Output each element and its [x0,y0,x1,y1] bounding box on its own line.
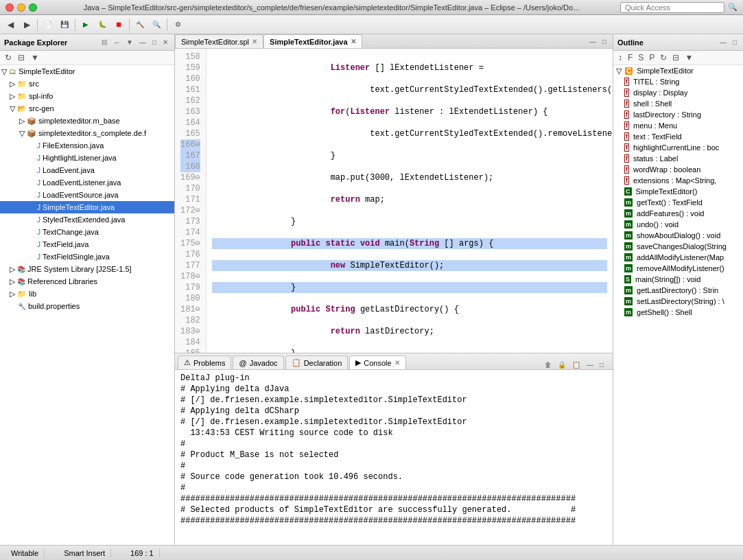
tree-item-FileExtension[interactable]: J FileExtension.java [0,139,174,152]
collapse-outline-icon[interactable]: ⊟ [670,52,681,63]
sync-outline-icon[interactable]: ↻ [658,52,669,63]
tree-item-src-gen[interactable]: ▽ 📂 src-gen [0,102,174,115]
quick-access-input[interactable] [620,2,724,13]
hide-static-icon[interactable]: S [636,52,646,63]
tree-item-TextField[interactable]: J TextField.java [0,238,174,250]
outline-item-text[interactable]: f text : TextField [613,131,743,142]
code-content[interactable]: Listener [] lExtendetListener = text.get… [207,49,613,353]
tree-item-LoadEventSource[interactable]: J LoadEventSource.java [0,189,174,201]
tree-item-s-complete[interactable]: ▽ 📦 simpletexteditor.s_complete.de.f [0,127,174,139]
close-button[interactable] [5,3,14,12]
collapse-all-icon[interactable]: ⊟ [99,38,109,47]
maximize-editor-icon[interactable]: □ [600,37,609,46]
outline-item-getText[interactable]: m getText() : TextField [613,197,743,208]
tree-item-LoadEventListener[interactable]: J LoadEventListener.java [0,176,174,189]
minimize-bottom-icon[interactable]: — [585,360,595,369]
tree-item-TextChange[interactable]: J TextChange.java [0,226,174,238]
outline-item-undo[interactable]: m undo() : void [613,219,743,230]
outline-menu-icon[interactable]: ▼ [683,52,695,63]
outline-item-display[interactable]: f display : Display [613,87,743,98]
outline-item-extensions[interactable]: f extensions : Map<String, [613,175,743,186]
sync-icon[interactable]: ↻ [3,52,14,63]
outline-tree[interactable]: ▽ C SimpleTextEditor f TITEL : String f … [613,65,743,545]
package-icon: 📦 [27,129,36,138]
minimize-button[interactable] [17,3,25,12]
folder-icon: 📁 [17,290,27,299]
tree-item-jre-library[interactable]: ▷ 📚 JRE System Library [J2SE-1.5] [0,263,174,275]
maximize-panel-icon[interactable]: □ [150,38,158,47]
tab-declaration[interactable]: 📋 Declaration [285,355,349,369]
outline-item-addFeatures[interactable]: m addFeatures() : void [613,208,743,219]
tree-item-lib[interactable]: ▷ 📁 lib [0,288,174,300]
outline-item-highlightCurrentLine[interactable]: f highlightCurrentLine : boc [613,142,743,153]
view-menu-icon[interactable]: ▼ [124,38,135,47]
outline-item-lastDirectory[interactable]: f lastDirectory : String [613,109,743,120]
tab-spl[interactable]: SimpleTextEditor.spl ✕ [175,34,263,48]
filter-icon[interactable]: ⊟ [16,52,27,63]
outline-item-constructor[interactable]: C SimpleTextEditor() [613,186,743,197]
link-icon[interactable]: ↔ [111,38,122,47]
down-arrow-icon[interactable]: ▼ [29,52,41,63]
minimize-editor-icon[interactable]: — [587,37,598,46]
java-file-icon: J [37,154,40,162]
titlebar: Java – SimpleTextEditor/src-gen/simplete… [0,0,743,15]
hide-fields-icon[interactable]: F [626,52,635,63]
outline-maximize-icon[interactable]: □ [731,38,739,47]
outline-item-removeAllModifyListener[interactable]: m removeAllModifyListener() [613,263,743,274]
project-tree[interactable]: ▽ 🗂 SimpleTextEditor ▷ 📁 src ▷ 📁 spl-inf… [0,65,174,545]
outline-item-menu[interactable]: f menu : Menu [613,120,743,131]
clear-console-icon[interactable]: 🗑 [543,360,554,369]
tab-problems[interactable]: ⚠ Problems [178,355,231,369]
outline-item-main[interactable]: S main(String[]) : void [613,274,743,285]
outline-item-getShell[interactable]: m getShell() : Shell [613,307,743,318]
minimize-panel-icon[interactable]: — [137,38,148,47]
tree-item-StyledTextExtended[interactable]: J StyledTextExtended.java [0,213,174,226]
build-button[interactable]: 🔨 [132,17,148,32]
run-button[interactable]: ▶ [78,17,93,32]
tab-console[interactable]: ▶ Console ✕ [349,355,405,369]
forward-button[interactable]: ▶ [19,17,34,32]
hide-non-public-icon[interactable]: P [647,52,657,63]
maximize-bottom-icon[interactable]: □ [598,360,606,369]
outline-item-saveChangesDialog[interactable]: m saveChangesDialog(String [613,241,743,252]
maximize-button[interactable] [29,3,37,12]
package-explorer-title: Package Explorer [4,38,67,47]
debug-button[interactable]: 🐛 [95,17,110,32]
tree-item-SimpleTextEditor[interactable]: J SimpleTextEditor.java [0,201,174,213]
tree-item-referenced-libraries[interactable]: ▷ 📚 Referenced Libraries [0,275,174,288]
tree-item-TextFieldSingle[interactable]: J TextFieldSingle.java [0,250,174,263]
outline-item-getLastDirectory[interactable]: m getLastDirectory() : Strin [613,285,743,296]
save-button[interactable]: 💾 [57,17,72,32]
tree-item-HightlightListener[interactable]: J HightlightListener.java [0,152,174,164]
tab-java[interactable]: SimpleTextEditor.java ✕ [263,34,362,48]
outline-item-wordWrap[interactable]: f wordWrap : boolean [613,164,743,175]
sort-icon[interactable]: ↕ [616,52,624,63]
outline-item-TITEL[interactable]: f TITEL : String [613,76,743,87]
stop-button[interactable]: ⏹ [111,17,126,32]
outline-minimize-icon[interactable]: — [718,38,729,47]
tree-item-spl-info[interactable]: ▷ 📁 spl-info [0,90,174,102]
tab-spl-close[interactable]: ✕ [252,38,257,45]
back-button[interactable]: ◀ [3,17,18,32]
outline-class-item[interactable]: ▽ C SimpleTextEditor [613,65,743,76]
tab-java-close[interactable]: ✕ [351,38,356,45]
new-button[interactable]: 📄 [40,17,56,32]
tab-javadoc[interactable]: @ Javadoc [233,355,283,369]
console-tab-close[interactable]: ✕ [394,359,400,366]
preferences-button[interactable]: ⚙ [170,17,185,32]
tree-item-src[interactable]: ▷ 📁 src [0,78,174,90]
tree-item-m-base[interactable]: ▷ 📦 simpletexteditor.m_base [0,115,174,127]
tree-item-LoadEvent[interactable]: J LoadEvent.java [0,164,174,176]
outline-item-setLastDirectory[interactable]: m setLastDirectory(String) : \ [613,296,743,307]
outline-item-showAboutDialog[interactable]: m showAboutDialog() : void [613,230,743,241]
outline-item-addAllModifyListener[interactable]: m addAllModifyListener(Map [613,252,743,263]
open-console-icon[interactable]: 📋 [570,360,582,369]
close-panel-icon[interactable]: ✕ [161,38,170,47]
tree-item-root[interactable]: ▽ 🗂 SimpleTextEditor [0,65,174,78]
scroll-lock-icon[interactable]: 🔒 [556,360,568,369]
tree-item-build-properties[interactable]: 🔧 build.properties [0,300,174,312]
search-button[interactable]: 🔍 [149,17,164,32]
outline-item-shell[interactable]: f shell : Shell [613,98,743,109]
code-editor[interactable]: 158 159 160 161 162 163 164 165 166⊖ 167… [175,49,613,353]
outline-item-status[interactable]: f status : Label [613,153,743,164]
